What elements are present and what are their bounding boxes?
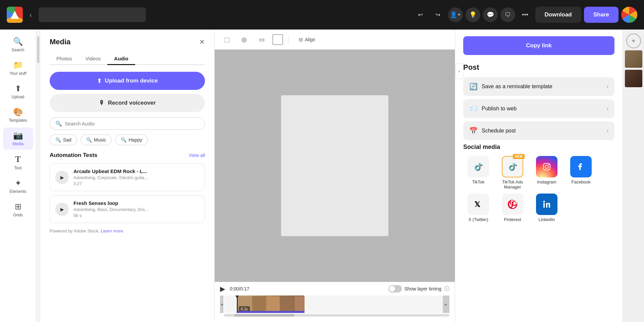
option-remixable[interactable]: 🔄 Save as a remixable template › [463,77,614,96]
close-panel-button[interactable]: ✕ [199,38,205,46]
info-icon[interactable]: ⓘ [444,285,449,292]
play-button-0[interactable]: ▶ [55,171,69,184]
add-page-button[interactable]: + [626,34,641,48]
audio-search-input[interactable] [65,121,199,126]
layer-timing-toggle[interactable] [388,285,402,292]
audio-item-0[interactable]: ▶ Arcade Upbeat EDM Rock - L... Advertis… [50,163,205,191]
publish-icon: 📨 [469,105,478,113]
audio-item-1[interactable]: ▶ Fresh Senses loop Advertising, Bass, D… [50,195,205,223]
topbar-icons: ↩ ↪ 👤+ 💡 💬 🗨 ••• Download Share [413,7,637,23]
sidebar-item-grids[interactable]: ⊞ Grids [3,199,33,221]
toggle-knob [389,286,395,292]
more-button[interactable]: ••• [518,7,533,22]
sidebar-item-search[interactable]: 🔍 Search [3,34,33,56]
toolbar-icon-rect2[interactable] [272,34,283,45]
audio-name-1: Fresh Senses loop [73,200,199,206]
option-schedule-post[interactable]: 📅 Schedule post › [463,121,614,140]
sidebar-item-upload[interactable]: ⬆ Upload [3,80,33,103]
linkedin-icon-wrap [536,194,557,215]
chip-music[interactable]: 🔍 Music [80,135,112,145]
title-input[interactable] [39,7,146,22]
tab-audio[interactable]: Audio [107,53,135,65]
panel-scrollbar[interactable] [36,30,40,322]
upload-from-device-button[interactable]: ⬆ Upload from device [50,72,205,90]
download-button[interactable]: Download [535,7,581,23]
toolbar-icon-crop[interactable]: ◎ [237,33,251,46]
toolbar-icon-frame[interactable]: ⬚ [220,33,233,46]
chevron-right-icon: › [607,128,608,134]
copy-link-button[interactable]: Copy link [463,36,614,55]
upload-icon: ⬆ [15,84,21,93]
chip-search-icon: 🔍 [86,137,92,143]
schedule-icon: 📅 [469,127,478,135]
linkedin-icon [541,198,553,210]
collapse-panel-button[interactable]: › [455,63,463,79]
social-label-tiktok: TikTok [472,179,484,184]
main-layout: 🔍 Search 📁 Your stuff ⬆ Upload 🎨 Templat… [0,30,644,322]
sidebar-item-label: Elements [9,189,26,194]
social-item-tiktok[interactable]: TikTok [463,156,493,190]
chip-search-icon: 🔍 [55,137,61,143]
audio-name-0: Arcade Upbeat EDM Rock - L... [73,168,199,174]
tab-photos[interactable]: Photos [50,53,79,65]
audio-meta-0: Advertising, Corporate, Electric guita..… [73,175,199,180]
undo-button[interactable]: ↩ [413,7,428,22]
timeline-track: 6.2s [224,296,449,313]
sidebar-item-label: Text [14,166,21,170]
layer-timing: Show layer timing ⓘ [388,285,450,292]
view-all-link[interactable]: View all [189,153,205,158]
social-grid: TikTok NEW TikTok Ads Manager [463,156,614,222]
chat-button[interactable]: 🗨 [500,7,515,22]
back-button[interactable]: ‹ [27,8,35,21]
comment-button[interactable]: 💬 [483,7,498,22]
right-panel: › Copy link Post 🔄 Save as a remixable t… [455,30,623,322]
toolbar-icon-rect[interactable]: ▭ [255,33,268,46]
option-label: Save as a remixable template [482,84,552,90]
social-item-twitter[interactable]: 𝕏 X (Twitter) [463,194,493,222]
sidebar-item-media[interactable]: 📷 Media [3,127,33,150]
record-voiceover-button[interactable]: 🎙 Record voiceover [50,94,205,112]
tiktok-icon-wrap [468,156,489,177]
left-sidebar: 🔍 Search 📁 Your stuff ⬆ Upload 🎨 Templat… [0,30,36,322]
panel-header: Media ✕ [50,38,205,46]
folder-icon: 📁 [13,60,23,70]
timeline-time: 0:00/0:17 [230,286,249,291]
add-collaborator-button[interactable]: 👤+ [448,7,463,22]
sidebar-item-label: Search [11,48,24,52]
thumbnail-1[interactable] [625,50,642,68]
social-label-linkedin: LinkedIn [538,217,555,222]
logo[interactable] [7,7,23,23]
social-item-instagram[interactable]: Instagram [532,156,562,190]
chip-sad[interactable]: 🔍 Sad [50,135,77,145]
tiktok-ads-icon [506,161,519,173]
social-item-tiktok-ads[interactable]: NEW TikTok Ads Manager [497,156,528,190]
canvas-content [281,95,388,236]
learn-more-link[interactable]: Learn more. [101,228,124,233]
thumbnail-2[interactable] [625,70,642,87]
sidebar-item-text[interactable]: T Text [3,151,33,174]
remix-icon: 🔄 [469,83,478,91]
canvas-toolbar: ⬚ ◎ ▭ ⊟ Align [215,30,455,50]
align-button[interactable]: ⊟ Align [294,35,320,44]
social-item-facebook[interactable]: Facebook [566,156,596,190]
social-label-facebook: Facebook [571,179,590,184]
audio-duration-0: 3:27 [73,181,199,186]
canvas-main[interactable] [215,50,455,282]
ai-button[interactable]: 💡 [466,7,480,22]
option-publish-web[interactable]: 📨 Publish to web › [463,99,614,118]
twitter-x-icon: 𝕏 [472,198,484,210]
avatar[interactable] [621,7,637,23]
sidebar-item-your-stuff[interactable]: 📁 Your stuff [3,57,33,79]
sidebar-item-elements[interactable]: ✦ Elements [3,175,33,197]
social-item-linkedin[interactable]: LinkedIn [532,194,562,222]
social-item-pinterest[interactable]: Pinterest [497,194,528,222]
facebook-icon [575,161,587,173]
sidebar-item-templates[interactable]: 🎨 Templates [3,104,33,126]
play-button-1[interactable]: ▶ [55,203,69,216]
chip-happy[interactable]: 🔍 Happy [115,135,148,145]
play-timeline-button[interactable]: ▶ [220,285,225,293]
share-button[interactable]: Share [584,7,619,23]
chip-search-icon: 🔍 [121,137,126,143]
tab-videos[interactable]: Videos [79,53,108,65]
redo-button[interactable]: ↪ [431,7,445,22]
